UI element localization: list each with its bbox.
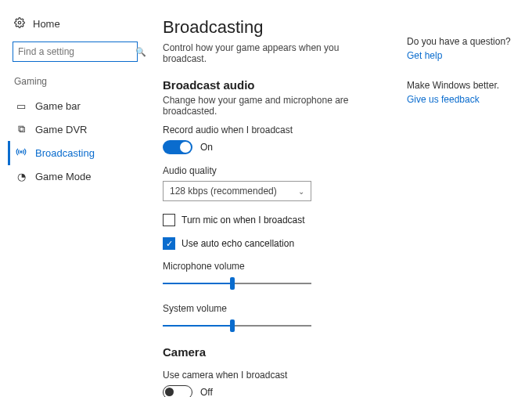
search-icon: 🔍	[135, 47, 146, 57]
sidebar-item-game-dvr[interactable]: ⧉ Game DVR	[8, 117, 149, 141]
feedback-link[interactable]: Give us feedback	[407, 94, 524, 105]
system-volume-label: System volume	[163, 303, 383, 314]
mic-on-checkbox[interactable]	[163, 214, 175, 226]
page-title: Broadcasting	[163, 17, 383, 38]
camera-heading: Camera	[163, 345, 383, 359]
sidebar-item-label: Broadcasting	[35, 147, 95, 159]
record-audio-toggle[interactable]	[163, 140, 192, 154]
sidebar-item-label: Game Mode	[35, 171, 92, 182]
mic-volume-label: Microphone volume	[163, 261, 383, 272]
get-help-link[interactable]: Get help	[407, 50, 524, 61]
mic-on-label: Turn mic on when I broadcast	[182, 215, 305, 226]
record-audio-label: Record audio when I broadcast	[163, 125, 383, 135]
sidebar-item-game-mode[interactable]: ◔ Game Mode	[8, 165, 149, 188]
record-audio-state: On	[200, 142, 213, 153]
use-camera-toggle[interactable]	[163, 385, 192, 397]
chevron-down-icon: ⌄	[298, 187, 304, 196]
audio-quality-label: Audio quality	[163, 165, 383, 176]
system-volume-slider[interactable]	[163, 319, 311, 333]
mic-on-checkbox-row[interactable]: Turn mic on when I broadcast	[163, 214, 383, 226]
audio-heading: Broadcast audio	[163, 78, 383, 92]
use-camera-label: Use camera when I broadcast	[163, 370, 383, 381]
svg-point-0	[18, 21, 21, 24]
sidebar-item-broadcasting[interactable]: Broadcasting	[8, 141, 149, 165]
page-subtitle: Control how your game appears when you b…	[163, 42, 383, 64]
audio-quality-value: 128 kbps (recommended)	[170, 186, 277, 197]
echo-cancel-label: Use auto echo cancellation	[182, 238, 294, 249]
use-camera-state: Off	[200, 387, 213, 397]
help-question: Do you have a question?	[407, 36, 524, 47]
echo-cancel-checkbox[interactable]: ✓	[163, 237, 175, 250]
echo-cancel-checkbox-row[interactable]: ✓ Use auto echo cancellation	[163, 237, 383, 250]
category-label: Gaming	[13, 73, 149, 95]
broadcast-icon	[15, 146, 27, 160]
search-input-container[interactable]: 🔍	[13, 42, 138, 62]
gamebar-icon: ▭	[15, 100, 27, 112]
search-input[interactable]	[18, 46, 135, 57]
gear-icon	[14, 17, 25, 31]
mic-volume-slider[interactable]	[163, 276, 311, 291]
audio-desc: Change how your game and microphone are …	[163, 95, 383, 117]
svg-point-1	[20, 151, 22, 153]
sidebar-item-label: Game bar	[35, 100, 81, 112]
sidebar-item-game-bar[interactable]: ▭ Game bar	[8, 95, 149, 117]
gamemode-icon: ◔	[15, 171, 27, 182]
audio-quality-select[interactable]: 128 kbps (recommended) ⌄	[163, 181, 311, 201]
home-label: Home	[33, 18, 60, 30]
dvr-icon: ⧉	[15, 123, 27, 135]
home-nav[interactable]: Home	[13, 14, 149, 42]
sidebar-item-label: Game DVR	[35, 124, 87, 135]
feedback-heading: Make Windows better.	[407, 80, 524, 91]
